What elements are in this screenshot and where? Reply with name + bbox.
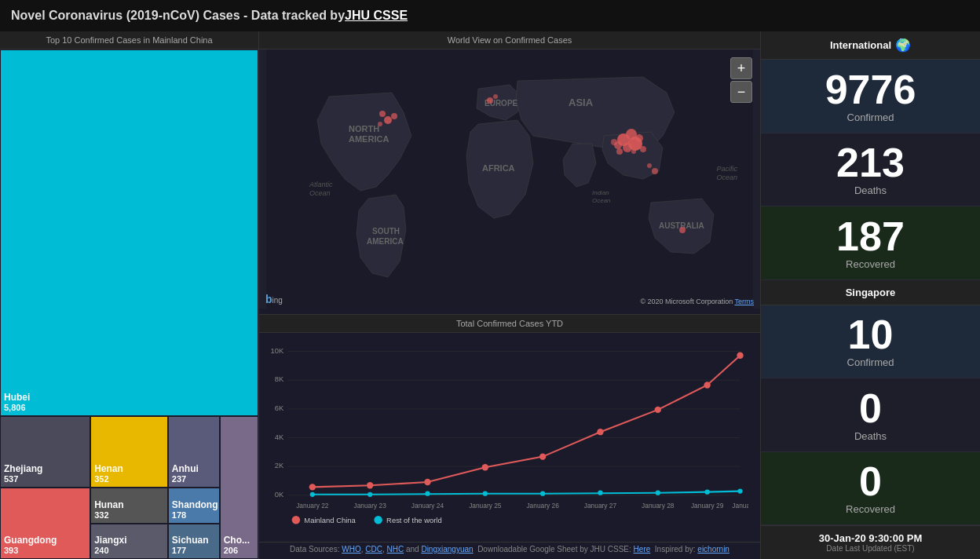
timestamp-label: Date Last Updated (EST): [767, 544, 974, 553]
treemap-cell-label: Sichuan: [172, 535, 216, 546]
svg-point-33: [647, 163, 652, 168]
svg-point-25: [384, 116, 392, 124]
treemap-cell[interactable]: Hubei5,806: [0, 49, 258, 416]
svg-text:2K: 2K: [275, 461, 284, 469]
chart-section: Total Confirmed Cases YTD 10K 8K 6K 4K 2…: [259, 314, 760, 542]
zoom-in-button[interactable]: +: [730, 57, 752, 79]
svg-point-68: [540, 491, 545, 496]
treemap-cell[interactable]: Cho...206: [220, 416, 258, 559]
international-recovered-number: 187: [836, 216, 905, 257]
center-panel: World View on Confirmed Cases: [259, 31, 760, 559]
who-link[interactable]: WHO: [342, 545, 360, 554]
singapore-deaths-number: 0: [859, 388, 882, 429]
here-link[interactable]: Here: [634, 545, 651, 554]
right-panel: International 🌍 9776 Confirmed 213 Death…: [760, 31, 980, 559]
chart-area: 10K 8K 6K 4K 2K 0K January 22 January 23: [259, 333, 760, 543]
footer-sheet-text: Downloadable Google Sheet by JHU CSSE:: [475, 545, 633, 554]
treemap-title: Top 10 Confirmed Cases in Mainland China: [0, 31, 258, 49]
international-recovered-label: Recovered: [846, 258, 895, 270]
svg-text:Pacific: Pacific: [716, 165, 737, 173]
international-confirmed-number: 9776: [825, 69, 916, 110]
left-panel: Top 10 Confirmed Cases in Mainland China…: [0, 31, 259, 559]
svg-text:Ocean: Ocean: [716, 174, 737, 181]
svg-point-21: [616, 148, 623, 155]
nhc-link[interactable]: NHC: [386, 545, 404, 554]
svg-point-27: [391, 113, 397, 119]
line-chart-svg: 10K 8K 6K 4K 2K 0K January 22 January 23: [263, 337, 748, 539]
svg-point-64: [310, 492, 315, 497]
svg-point-70: [656, 491, 660, 495]
singapore-label: Singapore: [846, 287, 896, 298]
treemap-cell-value: 537: [4, 474, 86, 484]
svg-text:SOUTH: SOUTH: [372, 227, 400, 236]
svg-point-18: [623, 143, 632, 152]
treemap-cell-label: Zhejiang: [4, 463, 86, 474]
svg-point-24: [631, 149, 636, 154]
treemap-cell-label: Hunan: [94, 499, 164, 510]
treemap-cell-value: 5,806: [4, 403, 254, 412]
svg-text:January 23: January 23: [353, 502, 386, 510]
zoom-out-button[interactable]: −: [730, 81, 752, 103]
treemap-cell[interactable]: Zhejiang537: [0, 416, 90, 488]
svg-point-26: [379, 111, 386, 117]
svg-point-66: [425, 491, 430, 496]
treemap-cell[interactable]: Sichuan177: [168, 524, 220, 559]
svg-text:6K: 6K: [275, 404, 284, 412]
svg-text:Indian: Indian: [592, 189, 609, 196]
svg-text:ASIA: ASIA: [569, 97, 594, 108]
map-title: World View on Confirmed Cases: [259, 31, 760, 49]
treemap: Hubei5,806Zhejiang537Guangdong393Henan35…: [0, 49, 258, 559]
svg-text:January 22: January 22: [296, 502, 329, 510]
svg-point-55: [309, 484, 316, 490]
svg-point-31: [679, 227, 686, 233]
international-deaths-number: 213: [836, 142, 905, 183]
main-layout: Top 10 Confirmed Cases in Mainland China…: [0, 31, 980, 559]
treemap-cell[interactable]: Shandong178: [168, 488, 220, 523]
treemap-cell-label: Anhui: [172, 463, 216, 474]
svg-text:Ocean: Ocean: [592, 197, 611, 204]
dxy-link[interactable]: Dingxiangyuan: [421, 545, 473, 554]
svg-text:Mainland China: Mainland China: [304, 516, 356, 524]
svg-text:AFRICA: AFRICA: [482, 163, 515, 173]
svg-point-57: [424, 479, 430, 485]
svg-point-20: [635, 134, 643, 142]
svg-text:8K: 8K: [275, 374, 284, 383]
international-confirmed-card: 9776 Confirmed: [761, 60, 980, 133]
treemap-cell-label: Henan: [94, 463, 164, 474]
treemap-cell[interactable]: Guangdong393: [0, 488, 90, 559]
svg-point-56: [367, 482, 373, 488]
treemap-cell[interactable]: Anhui237: [168, 416, 220, 488]
inspired-link[interactable]: eichornin: [697, 545, 730, 554]
treemap-container: Hubei5,806Zhejiang537Guangdong393Henan35…: [0, 49, 258, 559]
svg-text:Atlantic: Atlantic: [309, 181, 333, 188]
svg-text:NORTH: NORTH: [349, 124, 379, 133]
svg-text:January 24: January 24: [411, 502, 444, 510]
bing-logo: bing: [265, 293, 283, 305]
svg-point-63: [737, 353, 743, 359]
singapore-recovered-number: 0: [859, 461, 882, 502]
svg-text:January 26: January 26: [526, 502, 559, 510]
singapore-confirmed-number: 10: [848, 314, 894, 355]
svg-point-75: [374, 516, 382, 524]
singapore-deaths-label: Deaths: [854, 430, 887, 442]
footer-inspired: Inspired by:: [653, 545, 697, 554]
treemap-cell-value: 237: [172, 474, 216, 484]
svg-point-58: [482, 464, 488, 470]
svg-text:January 30: January 30: [732, 502, 748, 510]
timestamp-section: 30-Jan-20 9:30:00 PM Date Last Updated (…: [761, 525, 980, 559]
treemap-cell[interactable]: Henan352: [90, 416, 168, 488]
singapore-recovered-card: 0 Recovered: [761, 452, 980, 526]
treemap-cell-label: Shandong: [172, 499, 216, 510]
footer-bar: Data Sources: WHO, CDC, NHC and Dingxian…: [259, 542, 760, 559]
treemap-cell[interactable]: Hunan332: [90, 488, 168, 523]
svg-point-65: [368, 492, 372, 497]
svg-point-28: [378, 122, 382, 126]
svg-point-73: [292, 516, 300, 524]
map-terms-link[interactable]: Terms: [735, 298, 755, 305]
treemap-cell[interactable]: Jiangxi240: [90, 524, 168, 559]
treemap-cell-label: Cho...: [224, 535, 254, 546]
cdc-link[interactable]: CDC: [365, 545, 382, 554]
header-title-link[interactable]: JHU CSSE: [345, 9, 408, 23]
svg-point-29: [487, 97, 493, 104]
treemap-cell-value: 240: [94, 546, 164, 555]
